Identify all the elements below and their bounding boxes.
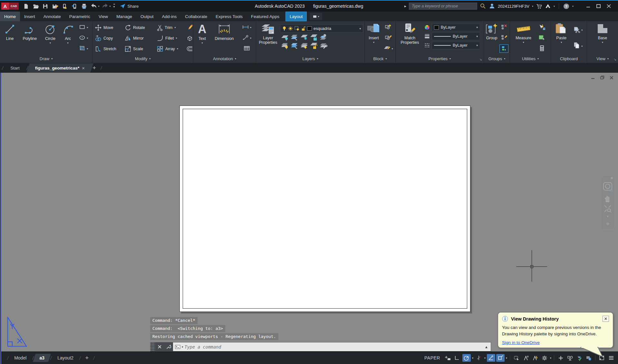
add-scales-button[interactable] [556, 354, 565, 362]
layer-dropdown[interactable]: esquadria ▾ [280, 24, 363, 33]
color-wheel-icon[interactable] [424, 24, 430, 30]
close-button[interactable] [605, 3, 612, 9]
new-layout-button[interactable]: + [83, 354, 91, 361]
file-tab-start[interactable]: Start [5, 63, 25, 73]
layer-on-bulb-icon[interactable] [282, 26, 286, 31]
annotation-scale-arrow-icon[interactable]: ▾ [550, 357, 552, 359]
text-dropdown-arrow-icon[interactable]: ▾ [201, 42, 203, 44]
base-dropdown-arrow-icon[interactable]: ▾ [602, 41, 603, 44]
quick-calculator-button[interactable] [539, 45, 545, 53]
tab-add-ins[interactable]: Add-ins [158, 12, 181, 21]
object-snap-arrow-icon[interactable]: ▾ [506, 357, 507, 359]
edit-attributes-button[interactable] [383, 45, 391, 52]
rectangle-dropdown-arrow-icon[interactable]: ▾ [87, 26, 88, 29]
select-similar-button[interactable] [538, 34, 546, 42]
search-icon[interactable] [480, 3, 486, 9]
hatch-dropdown-arrow-icon[interactable]: ▾ [87, 47, 88, 50]
redo-dropdown-arrow-icon[interactable]: ▾ [110, 5, 111, 8]
group-selection-toggle-button[interactable] [499, 44, 508, 53]
panel-label-utilities[interactable]: Utilities▾ [510, 55, 551, 62]
command-line-close-button[interactable] [155, 342, 164, 351]
layer-freeze-button[interactable] [300, 34, 308, 42]
tab-collaborate[interactable]: Collaborate [181, 12, 211, 21]
layer-unlock-all-button[interactable] [310, 42, 318, 51]
array-dropdown-arrow-icon[interactable]: ▾ [177, 47, 178, 50]
ribbon-display-toggle[interactable]: ▾ [310, 13, 322, 20]
rotate-button[interactable]: Rotate [125, 24, 157, 31]
ellipse-button[interactable] [79, 35, 86, 42]
open-from-mobile-button[interactable] [61, 2, 69, 10]
cut-arrow-icon[interactable]: ▾ [581, 29, 583, 32]
ungroup-button[interactable] [501, 24, 507, 31]
properties-dialog-launcher-icon[interactable]: ↘ [479, 58, 482, 61]
view-dialog-launcher-icon[interactable]: ↘ [614, 58, 616, 61]
layer-properties-button[interactable]: Layer Properties [258, 22, 278, 54]
cart-icon[interactable] [536, 3, 542, 9]
layer-sun-icon[interactable] [288, 26, 293, 31]
annotation-visibility-toggle[interactable] [522, 354, 530, 362]
panel-label-groups[interactable]: Groups▾ [484, 55, 510, 62]
layer-turn-all-on-button[interactable] [281, 42, 289, 51]
tab-manage[interactable]: Manage [112, 12, 136, 21]
command-input-field[interactable]: ▾ ▲ [173, 342, 491, 351]
layer-thaw-button[interactable] [300, 42, 308, 51]
circle-button[interactable]: Circle ▾ [41, 22, 60, 54]
tab-output[interactable]: Output [136, 12, 158, 21]
maximize-button[interactable] [595, 3, 602, 9]
save-to-mobile-button[interactable] [70, 2, 79, 10]
search-expand-icon[interactable]: ▸ [404, 4, 406, 8]
tab-insert[interactable]: Insert [20, 12, 39, 21]
edit-attributes-arrow-icon[interactable]: ▾ [391, 47, 393, 50]
file-tab-drawing[interactable]: figuras_geometricas* × [30, 63, 90, 73]
line-button[interactable]: Line [1, 22, 19, 54]
command-prompt-icon[interactable] [175, 345, 180, 349]
doc-minimize-button[interactable] [590, 75, 596, 80]
undo-dropdown-arrow-icon[interactable]: ▾ [98, 5, 100, 8]
dimension-button[interactable]: Dimension [210, 22, 238, 54]
redo-button[interactable] [101, 2, 109, 10]
polar-tracking-toggle[interactable] [462, 354, 471, 362]
create-block-button[interactable] [385, 24, 392, 31]
sign-in-onedrive-link[interactable]: Sign in to OneDrive [502, 340, 540, 345]
selection-cycling-toggle[interactable] [512, 354, 521, 362]
fillet-dropdown-arrow-icon[interactable]: ▾ [176, 37, 177, 40]
panel-label-properties[interactable]: Properties▾ [396, 55, 484, 62]
arc-dropdown-arrow-icon[interactable]: ▾ [67, 42, 69, 44]
linear-dimension-arrow-icon[interactable]: ▾ [250, 26, 251, 29]
isometric-drafting-arrow-icon[interactable]: ▾ [484, 357, 486, 359]
recent-commands-arrow-icon[interactable]: ▾ [182, 345, 183, 349]
table-button[interactable] [243, 45, 250, 52]
layer-dropdown-arrow-icon[interactable]: ▾ [359, 27, 361, 30]
zoom-extents-icon[interactable] [604, 204, 612, 213]
palette-edge-strip[interactable] [0, 73, 1, 364]
navigation-bar[interactable]: ⊗ 2D ▾ ⊖ [601, 175, 615, 229]
tab-view[interactable]: View [94, 12, 112, 21]
tab-layout[interactable]: Layout [285, 12, 307, 21]
save-button[interactable] [41, 2, 50, 10]
share-button[interactable]: Share [120, 3, 139, 9]
object-color-dropdown[interactable]: ByLayer ▾ [432, 23, 480, 31]
arc-button[interactable]: Arc ▾ [60, 22, 76, 54]
navbar-dropdown-arrow-icon[interactable]: ▾ [607, 215, 609, 218]
help-icon[interactable]: ? [563, 3, 570, 10]
panel-label-modify[interactable]: Modify▾ [92, 55, 193, 62]
layer-color-swatch[interactable] [307, 26, 312, 31]
fillet-button[interactable]: Fillet ▾ [157, 35, 187, 42]
layer-make-current-button[interactable] [319, 34, 328, 42]
user-dropdown-arrow-icon[interactable]: ▾ [532, 5, 533, 8]
command-line-customize-button[interactable] [164, 342, 173, 351]
layer-match-button[interactable] [319, 42, 328, 51]
ortho-mode-toggle[interactable] [453, 354, 461, 362]
linear-dimension-button[interactable] [242, 24, 249, 31]
minimize-button[interactable] [584, 3, 592, 9]
trim-dropdown-arrow-icon[interactable]: ▾ [175, 26, 176, 29]
layer-lock-button[interactable] [310, 34, 318, 42]
edit-block-button[interactable] [385, 34, 392, 42]
paste-button[interactable]: Paste ▾ [553, 22, 570, 54]
command-history-expand-icon[interactable]: ▲ [485, 345, 489, 349]
group-button[interactable]: Group [485, 22, 499, 54]
tab-parametric[interactable]: Parametric [65, 12, 94, 21]
ellipse-dropdown-arrow-icon[interactable]: ▾ [87, 37, 88, 40]
quick-select-button[interactable] [538, 24, 546, 32]
drawing-canvas[interactable]: ⊗ 2D ▾ ⊖ Command: *Cancel* Command: <Swi… [0, 73, 618, 351]
